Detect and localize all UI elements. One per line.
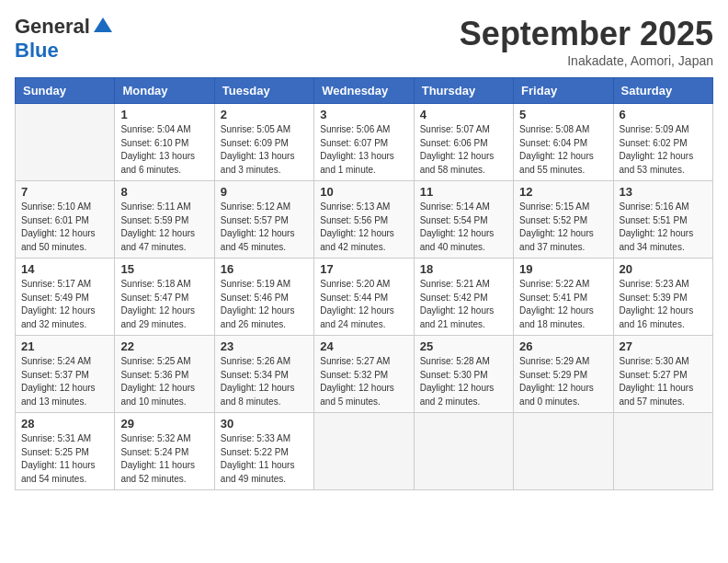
week-row-5: 28Sunrise: 5:31 AM Sunset: 5:25 PM Dayli… <box>16 413 713 490</box>
day-info: Sunrise: 5:12 AM Sunset: 5:57 PM Dayligh… <box>221 201 308 254</box>
day-info: Sunrise: 5:20 AM Sunset: 5:44 PM Dayligh… <box>320 278 407 331</box>
header-friday: Friday <box>514 78 613 104</box>
logo-general-text: General <box>15 15 90 39</box>
day-number: 10 <box>320 185 407 199</box>
header-thursday: Thursday <box>414 78 513 104</box>
calendar-cell: 10Sunrise: 5:13 AM Sunset: 5:56 PM Dayli… <box>314 181 414 259</box>
day-number: 30 <box>221 417 308 431</box>
calendar-cell: 30Sunrise: 5:33 AM Sunset: 5:22 PM Dayli… <box>214 413 313 490</box>
day-number: 7 <box>21 185 108 199</box>
day-number: 1 <box>120 108 208 121</box>
month-title: September 2025 <box>460 15 713 53</box>
calendar-cell: 27Sunrise: 5:30 AM Sunset: 5:27 PM Dayli… <box>613 336 712 413</box>
calendar-cell: 18Sunrise: 5:21 AM Sunset: 5:42 PM Dayli… <box>414 259 513 336</box>
location-text: Inakadate, Aomori, Japan <box>460 53 713 68</box>
header-tuesday: Tuesday <box>214 78 313 104</box>
day-info: Sunrise: 5:06 AM Sunset: 6:07 PM Dayligh… <box>320 123 407 177</box>
day-info: Sunrise: 5:18 AM Sunset: 5:47 PM Dayligh… <box>120 278 208 331</box>
page-header: General Blue September 2025 Inakadate, A… <box>15 15 713 68</box>
day-info: Sunrise: 5:17 AM Sunset: 5:49 PM Dayligh… <box>21 278 108 331</box>
calendar-cell: 11Sunrise: 5:14 AM Sunset: 5:54 PM Dayli… <box>414 181 513 259</box>
day-info: Sunrise: 5:09 AM Sunset: 6:02 PM Dayligh… <box>620 123 707 177</box>
calendar-cell <box>314 413 414 490</box>
logo: General Blue <box>15 15 114 63</box>
day-info: Sunrise: 5:25 AM Sunset: 5:36 PM Dayligh… <box>120 355 208 408</box>
header-monday: Monday <box>115 78 214 104</box>
day-info: Sunrise: 5:26 AM Sunset: 5:34 PM Dayligh… <box>221 355 308 408</box>
day-number: 8 <box>120 185 208 199</box>
day-info: Sunrise: 5:14 AM Sunset: 5:54 PM Dayligh… <box>420 201 507 254</box>
day-number: 12 <box>519 185 607 199</box>
day-number: 14 <box>21 262 108 276</box>
day-number: 21 <box>21 339 108 353</box>
header-sunday: Sunday <box>16 78 115 104</box>
title-block: September 2025 Inakadate, Aomori, Japan <box>460 15 713 68</box>
calendar-cell: 9Sunrise: 5:12 AM Sunset: 5:57 PM Daylig… <box>214 181 313 259</box>
day-info: Sunrise: 5:05 AM Sunset: 6:09 PM Dayligh… <box>221 123 308 177</box>
day-info: Sunrise: 5:31 AM Sunset: 5:25 PM Dayligh… <box>21 432 108 486</box>
calendar-cell: 17Sunrise: 5:20 AM Sunset: 5:44 PM Dayli… <box>314 259 414 336</box>
week-row-4: 21Sunrise: 5:24 AM Sunset: 5:37 PM Dayli… <box>16 336 713 413</box>
calendar-cell: 15Sunrise: 5:18 AM Sunset: 5:47 PM Dayli… <box>115 259 214 336</box>
calendar-cell: 3Sunrise: 5:06 AM Sunset: 6:07 PM Daylig… <box>314 104 414 181</box>
day-info: Sunrise: 5:19 AM Sunset: 5:46 PM Dayligh… <box>221 278 308 331</box>
day-number: 20 <box>620 262 707 276</box>
calendar-cell: 7Sunrise: 5:10 AM Sunset: 6:01 PM Daylig… <box>16 181 115 259</box>
calendar-cell: 26Sunrise: 5:29 AM Sunset: 5:29 PM Dayli… <box>514 336 613 413</box>
calendar-cell <box>514 413 613 490</box>
day-number: 28 <box>21 417 108 431</box>
day-info: Sunrise: 5:15 AM Sunset: 5:52 PM Dayligh… <box>519 201 607 254</box>
day-info: Sunrise: 5:33 AM Sunset: 5:22 PM Dayligh… <box>221 432 308 486</box>
calendar-cell: 22Sunrise: 5:25 AM Sunset: 5:36 PM Dayli… <box>115 336 214 413</box>
calendar-cell: 4Sunrise: 5:07 AM Sunset: 6:06 PM Daylig… <box>414 104 513 181</box>
calendar-cell <box>16 104 115 181</box>
logo-icon <box>92 16 114 38</box>
calendar-cell: 16Sunrise: 5:19 AM Sunset: 5:46 PM Dayli… <box>214 259 313 336</box>
day-info: Sunrise: 5:29 AM Sunset: 5:29 PM Dayligh… <box>519 355 607 408</box>
day-number: 19 <box>519 262 607 276</box>
day-info: Sunrise: 5:24 AM Sunset: 5:37 PM Dayligh… <box>21 355 108 408</box>
week-row-3: 14Sunrise: 5:17 AM Sunset: 5:49 PM Dayli… <box>16 259 713 336</box>
calendar-header-row: SundayMondayTuesdayWednesdayThursdayFrid… <box>16 78 713 104</box>
calendar-cell: 14Sunrise: 5:17 AM Sunset: 5:49 PM Dayli… <box>16 259 115 336</box>
day-info: Sunrise: 5:22 AM Sunset: 5:41 PM Dayligh… <box>519 278 607 331</box>
day-info: Sunrise: 5:16 AM Sunset: 5:51 PM Dayligh… <box>620 201 707 254</box>
calendar-cell: 1Sunrise: 5:04 AM Sunset: 6:10 PM Daylig… <box>115 104 214 181</box>
svg-marker-0 <box>94 17 112 32</box>
header-wednesday: Wednesday <box>314 78 414 104</box>
header-saturday: Saturday <box>613 78 712 104</box>
calendar-cell: 19Sunrise: 5:22 AM Sunset: 5:41 PM Dayli… <box>514 259 613 336</box>
day-info: Sunrise: 5:04 AM Sunset: 6:10 PM Dayligh… <box>120 123 208 177</box>
calendar-cell: 5Sunrise: 5:08 AM Sunset: 6:04 PM Daylig… <box>514 104 613 181</box>
calendar-cell: 28Sunrise: 5:31 AM Sunset: 5:25 PM Dayli… <box>16 413 115 490</box>
day-number: 9 <box>221 185 308 199</box>
day-number: 18 <box>420 262 507 276</box>
day-number: 4 <box>420 108 507 121</box>
week-row-2: 7Sunrise: 5:10 AM Sunset: 6:01 PM Daylig… <box>16 181 713 259</box>
calendar-cell <box>414 413 513 490</box>
day-info: Sunrise: 5:21 AM Sunset: 5:42 PM Dayligh… <box>420 278 507 331</box>
calendar-cell: 23Sunrise: 5:26 AM Sunset: 5:34 PM Dayli… <box>214 336 313 413</box>
calendar-table: SundayMondayTuesdayWednesdayThursdayFrid… <box>15 77 713 490</box>
day-info: Sunrise: 5:13 AM Sunset: 5:56 PM Dayligh… <box>320 201 407 254</box>
calendar-cell: 6Sunrise: 5:09 AM Sunset: 6:02 PM Daylig… <box>613 104 712 181</box>
day-number: 29 <box>120 417 208 431</box>
calendar-cell: 8Sunrise: 5:11 AM Sunset: 5:59 PM Daylig… <box>115 181 214 259</box>
day-info: Sunrise: 5:30 AM Sunset: 5:27 PM Dayligh… <box>620 355 707 408</box>
day-info: Sunrise: 5:32 AM Sunset: 5:24 PM Dayligh… <box>120 432 208 486</box>
calendar-cell: 24Sunrise: 5:27 AM Sunset: 5:32 PM Dayli… <box>314 336 414 413</box>
calendar-cell: 20Sunrise: 5:23 AM Sunset: 5:39 PM Dayli… <box>613 259 712 336</box>
day-number: 11 <box>420 185 507 199</box>
day-number: 24 <box>320 339 407 353</box>
calendar-cell: 25Sunrise: 5:28 AM Sunset: 5:30 PM Dayli… <box>414 336 513 413</box>
calendar-cell: 13Sunrise: 5:16 AM Sunset: 5:51 PM Dayli… <box>613 181 712 259</box>
day-number: 23 <box>221 339 308 353</box>
day-number: 25 <box>420 339 507 353</box>
day-number: 27 <box>620 339 707 353</box>
week-row-1: 1Sunrise: 5:04 AM Sunset: 6:10 PM Daylig… <box>16 104 713 181</box>
calendar-cell: 29Sunrise: 5:32 AM Sunset: 5:24 PM Dayli… <box>115 413 214 490</box>
calendar-cell: 12Sunrise: 5:15 AM Sunset: 5:52 PM Dayli… <box>514 181 613 259</box>
day-info: Sunrise: 5:07 AM Sunset: 6:06 PM Dayligh… <box>420 123 507 177</box>
day-number: 13 <box>620 185 707 199</box>
day-number: 5 <box>519 108 607 121</box>
